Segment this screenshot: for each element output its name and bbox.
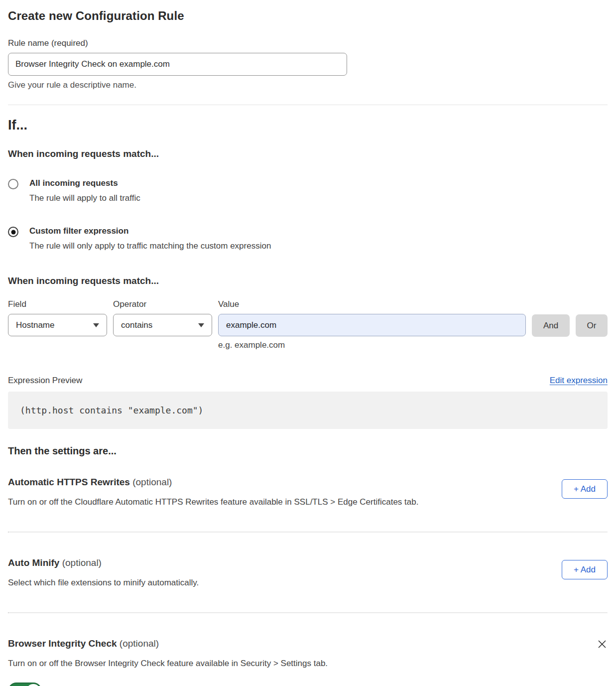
- setting-automatic-https-rewrites: Automatic HTTPS Rewrites (optional) Turn…: [8, 477, 608, 507]
- setting-divider: [8, 532, 608, 533]
- setting-description: Turn on or off the Browser Integrity Che…: [8, 659, 597, 669]
- setting-title-text: Automatic HTTPS Rewrites: [8, 477, 130, 487]
- rule-name-label: Rule name (required): [8, 38, 88, 48]
- rule-name-help: Give your rule a descriptive name.: [8, 80, 608, 90]
- setting-divider: [8, 612, 608, 613]
- setting-description: Select which file extensions to minify a…: [8, 578, 199, 588]
- setting-optional-text: (optional): [120, 638, 159, 649]
- setting-title: Auto Minify (optional): [8, 557, 199, 568]
- operator-select-value: contains: [121, 320, 152, 330]
- value-input[interactable]: [218, 314, 526, 336]
- operator-column: Operator contains: [113, 299, 212, 336]
- radio-custom-filter-expression[interactable]: [8, 227, 18, 237]
- radio-all-incoming-requests[interactable]: [8, 179, 18, 189]
- expression-preview-label: Expression Preview: [8, 376, 82, 386]
- setting-title: Browser Integrity Check (optional): [8, 638, 597, 649]
- match-heading: When incoming requests match...: [8, 148, 608, 159]
- browser-integrity-check-toggle[interactable]: ✓: [8, 683, 42, 686]
- field-label: Field: [8, 299, 107, 309]
- setting-title-text: Auto Minify: [8, 557, 59, 568]
- or-button[interactable]: Or: [576, 314, 608, 337]
- radio-option-all-incoming-requests[interactable]: All incoming requests The rule will appl…: [8, 178, 608, 203]
- rule-name-input[interactable]: [8, 53, 347, 76]
- radio-option-description: The rule will apply to all traffic: [29, 193, 140, 203]
- or-column: Or: [576, 299, 608, 337]
- setting-optional-text: (optional): [132, 477, 172, 487]
- field-select-value: Hostname: [16, 320, 54, 330]
- expression-preview-box: (http.host contains "example.com"): [8, 392, 608, 429]
- and-button[interactable]: And: [532, 314, 570, 337]
- radio-option-texts: Custom filter expression The rule will o…: [29, 226, 271, 251]
- setting-texts: Browser Integrity Check (optional) Turn …: [8, 638, 597, 686]
- if-heading: If...: [8, 118, 608, 133]
- value-label: Value: [218, 299, 526, 309]
- remove-browser-integrity-check-button[interactable]: [597, 639, 608, 650]
- toggle-knob: [26, 684, 40, 686]
- radio-option-label: All incoming requests: [29, 178, 118, 188]
- setting-description: Turn on or off the Cloudflare Automatic …: [8, 497, 418, 507]
- radio-option-texts: All incoming requests The rule will appl…: [29, 178, 140, 203]
- close-icon: [597, 639, 607, 649]
- operator-label: Operator: [113, 299, 212, 309]
- value-column: Value e.g. example.com: [218, 299, 526, 350]
- setting-texts: Auto Minify (optional) Select which file…: [8, 557, 199, 588]
- value-help: e.g. example.com: [218, 340, 526, 350]
- page-title: Create new Configuration Rule: [8, 9, 608, 23]
- add-automatic-https-rewrites-button[interactable]: + Add: [562, 479, 608, 499]
- add-auto-minify-button[interactable]: + Add: [562, 560, 608, 579]
- setting-browser-integrity-check: Browser Integrity Check (optional) Turn …: [8, 638, 608, 686]
- chevron-down-icon: [93, 323, 99, 327]
- setting-texts: Automatic HTTPS Rewrites (optional) Turn…: [8, 477, 418, 507]
- expression-code: (http.host contains "example.com"): [20, 405, 203, 415]
- setting-title: Automatic HTTPS Rewrites (optional): [8, 477, 418, 488]
- edit-expression-link[interactable]: Edit expression: [550, 376, 608, 386]
- radio-option-label: Custom filter expression: [29, 226, 128, 236]
- create-configuration-rule-form: Create new Configuration Rule Rule name …: [0, 0, 616, 686]
- and-column: And: [532, 299, 570, 337]
- setting-auto-minify: Auto Minify (optional) Select which file…: [8, 557, 608, 588]
- operator-select[interactable]: contains: [113, 314, 212, 336]
- radio-option-description: The rule will only apply to traffic matc…: [29, 241, 271, 251]
- field-select[interactable]: Hostname: [8, 314, 107, 336]
- then-settings-heading: Then the settings are...: [8, 445, 608, 457]
- field-column: Field Hostname: [8, 299, 107, 336]
- expression-preview-header: Expression Preview Edit expression: [8, 376, 608, 386]
- expression-builder-heading: When incoming requests match...: [8, 275, 608, 286]
- rule-name-section: Rule name (required) Give your rule a de…: [8, 38, 608, 90]
- setting-title-text: Browser Integrity Check: [8, 638, 117, 649]
- expression-builder-row: Field Hostname Operator contains Value e…: [8, 299, 608, 350]
- radio-option-custom-filter-expression[interactable]: Custom filter expression The rule will o…: [8, 226, 608, 251]
- chevron-down-icon: [198, 323, 204, 327]
- setting-optional-text: (optional): [62, 557, 102, 568]
- section-divider: [8, 105, 608, 105]
